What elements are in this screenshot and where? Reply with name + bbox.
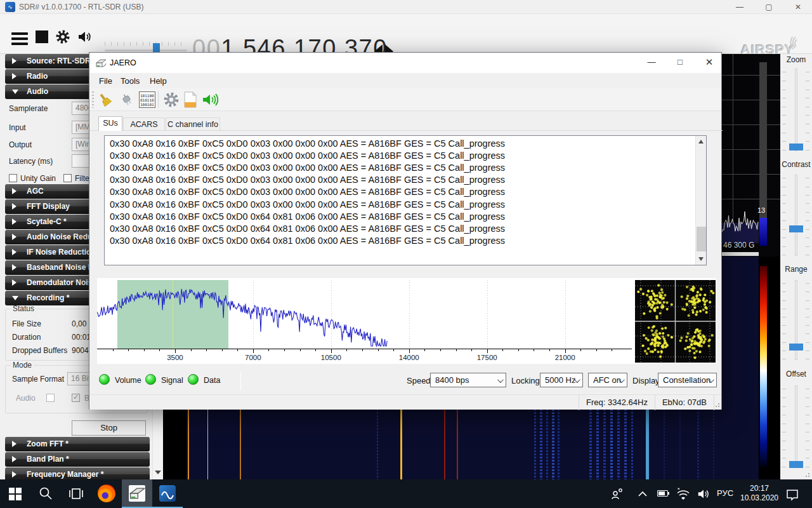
window-resize-grip[interactable]: [803, 471, 809, 477]
range-slider-label: Range: [780, 265, 812, 274]
jaero-minimize-button[interactable]: —: [641, 53, 662, 72]
axis-minor-tick: [424, 349, 425, 351]
axis-minor-tick: [128, 349, 129, 351]
range-slider[interactable]: [780, 280, 812, 360]
connect-plug-icon[interactable]: [119, 91, 135, 108]
language-indicator[interactable]: РУС: [717, 488, 733, 498]
sdr-minimize-button[interactable]: —: [726, 0, 754, 14]
contrast-slider-thumb[interactable]: [789, 225, 803, 232]
speaker-icon[interactable]: [77, 29, 93, 47]
start-button[interactable]: [0, 479, 30, 508]
tab-sus[interactable]: SUs: [98, 116, 122, 131]
constellation-point: [664, 342, 666, 344]
jaero-resize-grip[interactable]: [713, 401, 719, 407]
sidebar-panel-zoom-fft[interactable]: Zoom FFT *: [5, 437, 150, 451]
mode-group-label: Mode: [11, 361, 34, 370]
constellation-point: [693, 352, 695, 354]
constellation-point: [671, 336, 673, 338]
notification-center-icon[interactable]: [785, 488, 799, 502]
range-slider-thumb[interactable]: [789, 344, 803, 351]
clock[interactable]: 20:17 10.03.2020: [737, 484, 782, 503]
people-tray-icon[interactable]: [610, 487, 624, 501]
constellation-display: [635, 280, 716, 363]
log-line: 0x30 0xA8 0x16 0xBF 0xC5 0xD0 0x64 0x81 …: [110, 224, 505, 234]
scroll-up-icon[interactable]: [698, 140, 704, 144]
scrollbar-down-arrow-icon[interactable]: [155, 471, 161, 474]
su-log-textarea[interactable]: 0x30 0xA8 0x16 0xBF 0xC5 0xD0 0x03 0x00 …: [104, 135, 707, 265]
contrast-slider[interactable]: [780, 175, 812, 256]
axis-minor-tick: [175, 349, 176, 351]
filter-checkbox[interactable]: [63, 174, 72, 182]
axis-minor-tick: [362, 349, 363, 351]
jaero-close-button[interactable]: ✕: [698, 53, 720, 72]
menu-file[interactable]: File: [95, 75, 117, 87]
constellation-point: [654, 337, 657, 340]
tab-c-channel-info[interactable]: C channel info: [166, 117, 220, 131]
jaero-window-title: JAERO: [110, 58, 136, 67]
locking-select[interactable]: 5000 Hz: [540, 373, 583, 387]
constellation-point: [657, 351, 660, 353]
menu-hamburger-icon[interactable]: [11, 30, 28, 48]
axis-minor-tick: [612, 349, 612, 351]
constellation-point: [689, 338, 691, 341]
sidebar-panel-band-plan[interactable]: Band Plan *: [5, 452, 150, 467]
log-scrollbar[interactable]: [695, 136, 706, 265]
volume-slider[interactable]: [105, 50, 187, 51]
axis-minor-tick: [315, 349, 316, 351]
zoom-slider[interactable]: [780, 69, 812, 151]
battery-icon[interactable]: [657, 490, 668, 497]
constellation-point: [654, 349, 657, 351]
speed-select[interactable]: 8400 bps: [430, 373, 506, 387]
constellation-point: [709, 301, 711, 304]
axis-minor-tick: [300, 349, 301, 351]
constellation-point: [642, 293, 645, 295]
baseband-mode-checkbox[interactable]: [72, 394, 80, 402]
jaero-taskbar-button[interactable]: [122, 479, 152, 508]
afc-select[interactable]: AFC on: [588, 373, 627, 387]
volume-tray-icon[interactable]: [697, 487, 710, 501]
display-select[interactable]: Constellation: [658, 373, 717, 387]
constellation-point: [651, 338, 653, 341]
audio-mode-label: Audio: [16, 394, 36, 403]
scroll-thumb[interactable]: [697, 227, 706, 251]
zoom-slider-thumb[interactable]: [789, 144, 803, 150]
offset-slider-thumb[interactable]: [789, 461, 803, 468]
sdr-maximize-button[interactable]: ▢: [755, 0, 783, 14]
jaero-window: JAERO — □ ✕ File Tools Help 101100010110…: [89, 52, 722, 410]
constellation-point: [696, 311, 698, 313]
recording-stop-button[interactable]: Stop: [72, 420, 146, 436]
constellation-point: [639, 288, 642, 290]
menu-help[interactable]: Help: [145, 75, 171, 87]
jaero-maximize-button[interactable]: □: [669, 53, 691, 72]
wifi-icon[interactable]: *: [676, 487, 690, 501]
jaero-settings-gear-icon[interactable]: [163, 91, 180, 108]
settings-gear-icon[interactable]: [55, 29, 70, 47]
search-button[interactable]: [30, 479, 61, 508]
firefox-button[interactable]: [91, 479, 122, 508]
axis-minor-tick: [502, 349, 503, 351]
constellation-point: [663, 301, 665, 304]
stop-icon[interactable]: [36, 30, 48, 43]
sdr-taskbar-button[interactable]: [152, 479, 183, 508]
constellation-point: [708, 345, 710, 347]
menu-tools[interactable]: Tools: [116, 75, 144, 87]
collapse-arrow-icon: [12, 90, 18, 94]
scroll-down-icon[interactable]: [698, 257, 704, 261]
task-view-button[interactable]: [61, 479, 91, 508]
unity-gain-checkbox[interactable]: [9, 174, 17, 182]
constellation-point: [646, 352, 648, 355]
audio-mode-checkbox[interactable]: [46, 394, 55, 402]
log-file-icon[interactable]: [183, 91, 200, 108]
constellation-point: [693, 302, 696, 304]
constellation-point: [702, 299, 705, 302]
axis-minor-tick: [456, 349, 457, 351]
clear-broom-icon[interactable]: [97, 91, 114, 108]
offset-slider[interactable]: [780, 385, 812, 468]
tray-overflow-chevron-icon[interactable]: [636, 487, 650, 501]
sdr-close-button[interactable]: ✕: [784, 0, 812, 14]
audio-speaker-icon[interactable]: [201, 91, 218, 108]
jaero-titlebar[interactable]: JAERO — □ ✕: [89, 53, 721, 73]
constellation-point: [660, 350, 663, 352]
binary-data-icon[interactable]: 101100010110100101: [139, 91, 155, 108]
tab-acars[interactable]: ACARS: [123, 117, 165, 131]
